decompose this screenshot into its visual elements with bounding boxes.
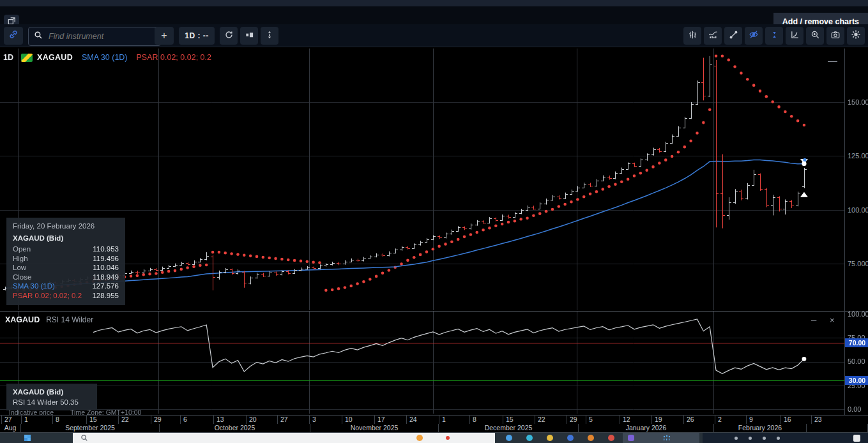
date-tick-label: 27 <box>280 416 288 423</box>
window-top-strip <box>0 0 868 6</box>
ohlc-tooltip: Friday, 20 February 2026 XAGAUD (Bid) Op… <box>6 218 125 305</box>
vertical-scale-button[interactable] <box>765 27 783 45</box>
date-tick-separator <box>86 416 87 424</box>
rsi-minimize-button[interactable]: – <box>811 317 816 323</box>
date-tick-separator <box>406 416 407 424</box>
date-tick-label: 15 <box>506 416 514 423</box>
date-tick-label: 16 <box>784 416 791 423</box>
legend-psar[interactable]: PSAR 0.02; 0.02; 0.2 <box>137 53 211 62</box>
month-cell: Aug <box>0 424 21 432</box>
zoom-in-button[interactable] <box>806 27 824 45</box>
mail-icon[interactable] <box>567 435 574 441</box>
link-icon <box>8 29 19 42</box>
tooltip-close-label: Close <box>13 273 31 283</box>
tooltip-sma-value: 127.576 <box>92 282 119 292</box>
chart-display-mode-button[interactable] <box>240 27 258 45</box>
rsi-indicator-label[interactable]: RSI 14 Wilder <box>46 315 93 324</box>
price-axis-label: 100.000 <box>848 206 868 214</box>
legend-symbol[interactable]: XAGAUD <box>37 53 73 62</box>
refresh-button[interactable] <box>220 27 238 45</box>
tooltip-low-value: 110.046 <box>93 264 119 273</box>
date-tick-label: 6 <box>183 416 187 423</box>
main-chart-canvas[interactable] <box>0 49 844 310</box>
ohlc-bars-button[interactable] <box>683 27 701 45</box>
rsi-tooltip: XAGAUD (Bid) RSI 14 Wilder 50.35 <box>6 384 97 410</box>
rsi-symbol[interactable]: XAGAUD <box>5 315 40 324</box>
date-tick-separator <box>277 416 278 424</box>
active-app-button[interactable] <box>623 433 699 443</box>
browser-icon[interactable] <box>526 435 533 441</box>
hide-drawings-button[interactable] <box>745 27 763 45</box>
rsi-level-badge: 30.00 <box>845 376 868 385</box>
indicators-button[interactable] <box>704 27 722 45</box>
rsi-close-button[interactable]: × <box>830 315 835 325</box>
date-tick-label: 5 <box>589 416 593 423</box>
tooltip-high-label: High <box>13 255 28 264</box>
date-axis-days[interactable]: 2718152229613202731017241815222951219262… <box>0 415 868 424</box>
timeframe-button[interactable]: 1D : -- <box>179 27 215 45</box>
date-tick-separator <box>620 416 620 424</box>
collapse-rows-button[interactable] <box>261 27 278 45</box>
date-tick-separator <box>180 416 181 424</box>
chrome-icon[interactable] <box>608 435 614 441</box>
rsi-chart-canvas[interactable] <box>0 312 844 414</box>
app-orange-icon[interactable] <box>588 435 594 441</box>
date-tick-separator <box>780 416 781 424</box>
right-axis-border <box>844 49 845 432</box>
folder-icon[interactable] <box>547 435 553 441</box>
windows-start-icon[interactable] <box>24 435 31 441</box>
date-tick-separator <box>439 416 439 424</box>
main-chart-minimize-button[interactable]: — <box>828 57 837 64</box>
system-tray[interactable]: 10:34 PM <box>703 433 868 443</box>
os-taskbar[interactable]: 10:34 PM <box>0 433 868 443</box>
instrument-search[interactable] <box>28 27 161 46</box>
date-tick-separator <box>309 416 310 424</box>
date-tick-separator <box>21 416 22 424</box>
date-tick-separator <box>1 416 2 424</box>
edge-icon[interactable] <box>506 435 512 441</box>
add-chart-button[interactable]: + <box>155 27 174 45</box>
refresh-icon <box>224 30 234 42</box>
price-axis-label: 125.000 <box>848 152 868 160</box>
date-tick-label: 8 <box>473 416 476 423</box>
date-tick-label: 10 <box>345 416 353 423</box>
active-app-icon <box>628 435 634 441</box>
date-tick-separator <box>503 416 503 424</box>
settings-gear-icon <box>851 29 861 42</box>
month-cell: October 2025 <box>160 424 310 432</box>
date-tick-separator <box>746 416 747 424</box>
notifications-icon[interactable] <box>853 435 860 442</box>
zoom-in-icon <box>811 30 820 42</box>
date-tick-separator <box>567 416 567 424</box>
date-tick-label: 29 <box>154 416 162 423</box>
rsi-axis-label: 0.00 <box>848 405 861 413</box>
legend-sma[interactable]: SMA 30 (1D) <box>82 53 128 62</box>
screenshot-button[interactable] <box>826 27 844 45</box>
taskbar-search-field[interactable] <box>73 433 495 443</box>
date-tick-separator <box>811 416 812 424</box>
price-axis-label: 75.000 <box>848 260 868 267</box>
weather-icon <box>662 435 671 441</box>
month-cell: February 2026 <box>714 424 807 432</box>
date-tick-label: 1 <box>24 416 28 423</box>
month-cell: January 2026 <box>579 424 714 432</box>
link-charts-button[interactable] <box>4 27 23 45</box>
date-tick-separator <box>151 416 151 424</box>
axis-settings-button[interactable] <box>786 27 803 45</box>
collapse-rows-icon <box>265 30 274 42</box>
camera-icon <box>830 30 841 42</box>
month-cell: December 2025 <box>439 424 579 432</box>
date-tick-label: 23 <box>814 416 822 423</box>
settings-button[interactable] <box>847 27 865 45</box>
search-input[interactable] <box>47 31 146 41</box>
date-tick-label: 22 <box>121 416 129 423</box>
tray-icon <box>763 437 766 440</box>
legend-timeframe: 1D <box>3 53 21 62</box>
tooltip-open-label: Open <box>13 245 31 255</box>
date-tick-separator <box>213 416 214 424</box>
date-tick-label: 9 <box>749 416 753 423</box>
date-tick-separator <box>374 416 375 424</box>
trendline-button[interactable] <box>724 27 742 45</box>
date-axis-months[interactable]: AugSeptember 2025October 2025November 20… <box>0 424 868 433</box>
date-tick-label: 3 <box>312 416 316 423</box>
